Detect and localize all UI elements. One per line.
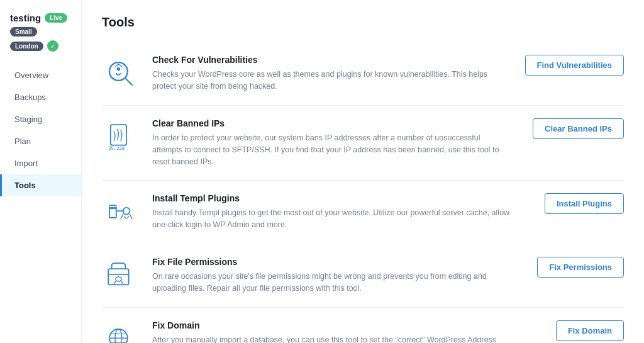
svg-point-2 (117, 67, 120, 70)
templ-plugins-title: Install Templ Plugins (152, 193, 519, 203)
tool-item-templ-plugins: Install Templ Plugins Install handy Temp… (102, 181, 624, 244)
file-permissions-content: Fix File Permissions On rare occasions y… (152, 257, 525, 295)
fix-domain-title: Fix Domain (152, 320, 531, 330)
clear-banned-ips-button[interactable]: Clear Banned IPs (533, 118, 624, 139)
install-plugins-button[interactable]: Install Plugins (545, 193, 624, 214)
badge-small: Small (10, 27, 37, 37)
svg-line-11 (130, 215, 132, 219)
vulnerabilities-icon (102, 55, 140, 93)
site-name: testing (10, 13, 41, 23)
svg-point-14 (109, 329, 128, 343)
svg-point-15 (115, 329, 122, 343)
templ-plugins-icon (102, 193, 140, 231)
page-title: Tools (102, 15, 624, 30)
banned-ips-icon: 35.228 (102, 118, 140, 156)
sidebar-item-backups[interactable]: Backups (0, 86, 81, 108)
vulnerabilities-desc: Checks your WordPress core as well as th… (152, 69, 500, 93)
sidebar-item-overview[interactable]: Overview (0, 64, 81, 86)
banned-ips-title: Clear Banned IPs (152, 118, 508, 128)
fix-permissions-button[interactable]: Fix Permissions (537, 257, 624, 278)
sidebar-item-import[interactable]: Import (0, 152, 81, 174)
templ-plugins-desc: Install handy Templ plugins to get the m… (152, 207, 517, 231)
banned-ips-action: Clear Banned IPs (533, 118, 624, 139)
main-content: Tools Check For Vulnerabilities Checks y… (82, 0, 644, 343)
sidebar-item-staging[interactable]: Staging (0, 108, 81, 130)
banned-ips-desc: In order to protect your website, our sy… (152, 132, 508, 167)
templ-plugins-action: Install Plugins (545, 193, 624, 214)
banned-ips-content: Clear Banned IPs In order to protect you… (152, 118, 520, 167)
sidebar-header: testing Live Small London ✓ (0, 8, 81, 62)
sidebar-item-plan[interactable]: Plan (0, 130, 81, 152)
vulnerabilities-action: Find Vulnerabilities (525, 55, 624, 76)
tool-item-banned-ips: 35.228 Clear Banned IPs In order to prot… (102, 106, 624, 181)
find-vulnerabilities-button[interactable]: Find Vulnerabilities (525, 55, 624, 76)
fix-domain-button[interactable]: Fix Domain (556, 320, 624, 341)
tool-item-vulnerabilities: Check For Vulnerabilities Checks your Wo… (102, 42, 624, 106)
sidebar: testing Live Small London ✓ Overview Bac… (0, 0, 82, 343)
status-check-icon: ✓ (47, 40, 58, 52)
svg-point-3 (118, 64, 120, 66)
fix-domain-content: Fix Domain After you manually import a d… (152, 320, 543, 343)
fix-domain-desc: After you manually import a database, yo… (152, 334, 517, 343)
svg-line-1 (125, 78, 132, 85)
vulnerabilities-content: Check For Vulnerabilities Checks your Wo… (152, 55, 513, 93)
sidebar-item-tools[interactable]: Tools (0, 174, 81, 196)
fix-domain-action: Fix Domain (556, 320, 624, 341)
badge-london: London (10, 42, 43, 51)
file-permissions-desc: On rare occasions your site's file permi… (152, 271, 512, 295)
file-permissions-icon (102, 257, 140, 295)
badge-live: Live (45, 13, 67, 23)
file-permissions-action: Fix Permissions (537, 257, 624, 278)
svg-text:35.228: 35.228 (108, 145, 125, 151)
tool-item-fix-domain: Fix Domain After you manually import a d… (102, 308, 624, 343)
svg-line-10 (121, 215, 123, 219)
tool-item-file-permissions: Fix File Permissions On rare occasions y… (102, 244, 624, 308)
file-permissions-title: Fix File Permissions (152, 257, 512, 267)
vulnerabilities-title: Check For Vulnerabilities (152, 55, 500, 65)
sidebar-nav: Overview Backups Staging Plan Import Too… (0, 62, 81, 199)
fix-domain-icon (102, 320, 140, 343)
templ-plugins-content: Install Templ Plugins Install handy Temp… (152, 193, 532, 231)
